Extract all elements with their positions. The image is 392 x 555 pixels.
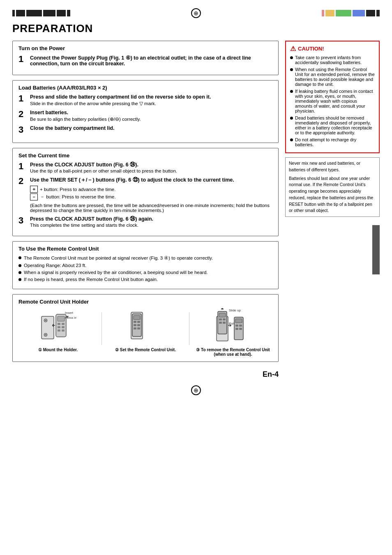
bar-left — [12, 10, 70, 16]
fig3-label: ③ To remove the Remote Control Unit (whe… — [194, 348, 272, 357]
turn-on-power-section: Turn on the Power 1 Connect the Power Su… — [12, 41, 279, 75]
svg-rect-12 — [62, 329, 65, 332]
bullet-text: The Remote Control Unit must be pointed … — [24, 255, 213, 261]
holder-figures: Insert Press in ① Mount the Holder. — [18, 308, 272, 357]
svg-rect-28 — [223, 318, 226, 320]
bullet-icon — [290, 90, 293, 93]
step-2-battery: 2 Insert batteries. Be sure to align the… — [18, 110, 272, 122]
svg-text:Insert: Insert — [65, 311, 74, 315]
top-decoration: ⊕ — [12, 8, 380, 18]
svg-rect-19 — [137, 321, 140, 323]
bullet-text: If no beep is heard, press the Remote Co… — [24, 277, 158, 282]
svg-rect-38 — [239, 328, 242, 330]
bullet-text: When a signal is properly received by th… — [24, 270, 208, 275]
svg-rect-8 — [62, 323, 65, 325]
step-number: 1 — [18, 162, 27, 171]
fig-divider — [189, 312, 189, 345]
caution-text: Dead batteries should be removed immedia… — [295, 115, 375, 135]
step-3-time: 3 Press the CLOCK ADJUST button (Fig. 6 … — [18, 216, 272, 228]
step-normal-text: Be sure to align the battery polarities … — [30, 116, 272, 122]
list-item: If leaking battery fluid comes in contac… — [290, 89, 375, 113]
bar-block — [67, 10, 70, 16]
bar-right — [322, 10, 380, 16]
fig2-label: ② Set the Remote Control Unit. — [106, 348, 185, 352]
caution-text: Take care to prevent infants from accide… — [295, 55, 375, 65]
button-instructions: ＋ + button: Press to advance the time. －… — [30, 186, 272, 200]
caution-text: Do not attempt to recharge dry batteries… — [295, 137, 375, 147]
time-note: (Each time the buttons are pressed, the … — [30, 203, 272, 213]
page-container: ⊕ PREPARATION Turn on the Power 1 Connec… — [0, 0, 392, 555]
bar-block — [366, 10, 375, 16]
remove-remote-icon: Slide up Pull out — [214, 308, 251, 345]
plus-button-symbol: ＋ — [30, 186, 38, 193]
warning-icon: ⚠ — [290, 45, 296, 53]
step-normal-text: Use the tip of a ball-point pen or other… — [30, 168, 272, 173]
svg-rect-34 — [235, 319, 242, 323]
step-2-time: 2 Use the TIMER SET (＋/－) buttons (Fig. … — [18, 177, 272, 213]
bar-block — [336, 10, 351, 16]
bar-block — [26, 10, 42, 16]
list-item: When a signal is properly received by th… — [18, 270, 272, 275]
bar-block — [325, 10, 334, 16]
bar-block — [376, 10, 380, 16]
list-item: Do not attempt to recharge dry batteries… — [290, 137, 375, 147]
svg-rect-36 — [239, 325, 242, 327]
step-1-power: 1 Connect the Power Supply Plug (Fig. 1 … — [18, 55, 272, 67]
svg-rect-29 — [219, 322, 222, 324]
list-item: When not using the Remote Control Unit f… — [290, 67, 375, 87]
plus-button-instruction: ＋ + button: Press to advance the time. — [30, 186, 272, 193]
set-remote-icon — [129, 308, 162, 345]
holder-fig-2: ② Set the Remote Control Unit. — [106, 308, 185, 352]
step-bold-text: Close the battery compartment lid. — [30, 125, 272, 131]
step-bold-text: Insert batteries. — [30, 110, 272, 115]
svg-rect-6 — [58, 316, 65, 321]
step-number: 2 — [18, 177, 27, 186]
load-batteries-section: Load Batteries (AAA/R03/LR03 × 2) 1 Pres… — [12, 80, 279, 143]
step-content: Close the battery compartment lid. — [30, 125, 272, 131]
step-number: 3 — [18, 125, 27, 134]
step-number: 1 — [18, 55, 27, 64]
svg-text:Slide up: Slide up — [229, 309, 241, 312]
step-1-battery: 1 Press and slide the battery compartmen… — [18, 94, 272, 106]
mount-holder-icon: Insert Press in — [39, 308, 76, 345]
svg-rect-7 — [58, 323, 60, 325]
side-tab — [372, 225, 380, 274]
set-current-time-section: Set the Current time 1 Press the CLOCK A… — [12, 148, 279, 236]
caution-box: ⚠ CAUTION! Take care to prevent infants … — [285, 41, 380, 153]
bottom-circle-icon: ⊕ — [191, 385, 201, 395]
svg-rect-18 — [134, 321, 136, 323]
right-column: ⚠ CAUTION! Take care to prevent infants … — [285, 41, 380, 379]
remote-control-bullet-list: The Remote Control Unit must be pointed … — [18, 255, 272, 282]
svg-rect-37 — [235, 328, 238, 330]
list-item: The Remote Control Unit must be pointed … — [18, 255, 272, 261]
list-item: Operating Range: About 23 ft. — [18, 263, 272, 268]
step-bold-text: Press the CLOCK ADJUST button (Fig. 6 ㉔)… — [30, 216, 272, 222]
bullet-text: Operating Range: About 23 ft. — [24, 263, 86, 268]
svg-rect-17 — [134, 315, 140, 320]
bullet-icon — [290, 117, 293, 120]
set-current-time-title: Set the Current time — [18, 152, 272, 159]
remote-holder-section: Remote Control Unit Holder — [12, 294, 279, 362]
list-item: Dead batteries should be removed immedia… — [290, 115, 375, 135]
bullet-icon — [290, 138, 293, 141]
step-number: 1 — [18, 94, 27, 103]
bar-block — [16, 10, 25, 16]
battery-note-box: Never mix new and used batteries, or bat… — [285, 157, 380, 217]
remote-control-section: To Use the Remote Control Unit The Remot… — [12, 241, 279, 289]
bar-block — [322, 10, 324, 16]
bar-block — [57, 10, 66, 16]
fig-divider — [101, 312, 102, 345]
svg-rect-9 — [58, 326, 60, 328]
step-content: Connect the Power Supply Plug (Fig. 1 ⑥)… — [30, 55, 272, 67]
bullet-icon — [18, 264, 21, 267]
step-content: Press the CLOCK ADJUST button (Fig. 6 ㉔)… — [30, 162, 272, 173]
list-item: If no beep is heard, press the Remote Co… — [18, 277, 272, 282]
step-content: Press the CLOCK ADJUST button (Fig. 6 ㉔)… — [30, 216, 272, 228]
caution-text: If leaking battery fluid comes in contac… — [295, 89, 375, 113]
fig1-label: ① Mount the Holder. — [18, 348, 97, 352]
bullet-icon — [18, 271, 21, 274]
step-3-battery: 3 Close the battery compartment lid. — [18, 125, 272, 134]
turn-on-power-title: Turn on the Power — [18, 45, 272, 51]
svg-rect-11 — [58, 329, 60, 332]
bullet-icon — [290, 56, 293, 59]
